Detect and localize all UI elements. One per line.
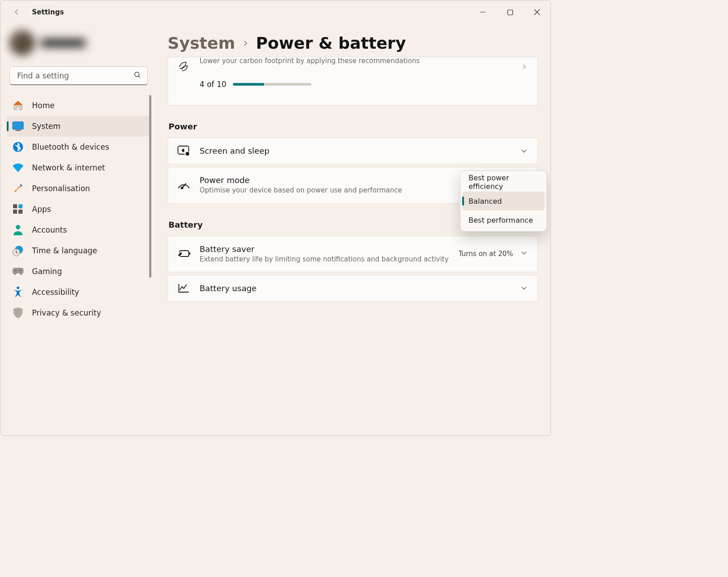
maximize-button[interactable] — [496, 2, 523, 22]
paintbrush-icon — [12, 183, 24, 194]
accessibility-icon — [12, 286, 24, 298]
svg-rect-8 — [13, 210, 17, 214]
close-button[interactable] — [523, 2, 551, 22]
card-title: Battery usage — [200, 284, 514, 293]
sidebar-item-label: Gaming — [32, 267, 62, 276]
gauge-icon — [168, 180, 200, 190]
card-title: Power mode — [200, 175, 429, 185]
battery-saver-card[interactable]: Battery saver Extend battery life by lim… — [168, 236, 538, 272]
shield-icon — [12, 307, 24, 319]
card-subtitle: Extend battery life by limiting some not… — [200, 255, 452, 264]
eco-subtitle: Lower your carbon footprint by applying … — [200, 57, 515, 65]
sidebar-item-label: Privacy & security — [32, 308, 101, 317]
battery-saver-status: Turns on at 20% — [459, 250, 513, 258]
svg-point-10 — [16, 225, 20, 229]
app-title: Settings — [32, 8, 64, 16]
bluetooth-icon — [12, 141, 24, 153]
main-pane: System Power & battery Lower your carbon… — [157, 24, 551, 435]
sidebar-item-bluetooth[interactable]: Bluetooth & devices — [7, 137, 150, 157]
gamepad-icon — [12, 266, 24, 277]
sidebar-item-accounts[interactable]: Accounts — [7, 220, 150, 240]
sidebar-item-privacy[interactable]: Privacy & security — [7, 302, 150, 323]
chevron-down-icon — [520, 249, 528, 258]
search-icon — [133, 71, 141, 81]
svg-rect-9 — [18, 210, 23, 214]
search-box[interactable] — [9, 66, 148, 85]
svg-rect-20 — [189, 252, 191, 255]
profile-block[interactable]: ████████ — [7, 28, 150, 66]
power-mode-option-balanced[interactable]: Balanced — [462, 192, 545, 211]
sidebar-item-apps[interactable]: Apps — [7, 199, 150, 220]
sidebar-item-label: Accounts — [32, 225, 67, 234]
breadcrumb: System Power & battery — [168, 34, 538, 52]
search-input[interactable] — [9, 66, 148, 85]
card-subtitle: Optimise your device based on power use … — [200, 186, 429, 195]
apps-icon — [12, 203, 24, 215]
eco-progress-bar — [233, 83, 311, 86]
chevron-right-icon — [515, 57, 537, 70]
sidebar-item-system[interactable]: System — [7, 116, 150, 137]
card-title: Screen and sleep — [200, 146, 514, 156]
chart-line-icon — [168, 283, 200, 293]
sidebar-item-label: Time & language — [32, 246, 97, 255]
battery-leaf-icon — [168, 249, 200, 259]
window-controls — [469, 2, 551, 22]
titlebar: Settings — [0, 0, 551, 24]
section-header-power: Power — [168, 122, 538, 131]
profile-name: ████████ — [41, 39, 85, 47]
sidebar-item-label: Apps — [32, 205, 51, 214]
clock-globe-icon — [12, 245, 24, 256]
sidebar-item-time-language[interactable]: Time & language — [7, 240, 150, 261]
chevron-down-icon — [514, 147, 537, 155]
battery-usage-card[interactable]: Battery usage — [168, 275, 538, 302]
sidebar-item-label: Accessibility — [32, 288, 79, 297]
back-button[interactable] — [9, 4, 25, 20]
screen-and-sleep-card[interactable]: Screen and sleep — [168, 137, 538, 164]
svg-point-18 — [181, 187, 183, 189]
avatar — [9, 30, 35, 55]
svg-rect-0 — [508, 10, 513, 15]
sidebar-item-label: Network & internet — [32, 163, 105, 172]
svg-rect-4 — [15, 130, 21, 131]
svg-rect-2 — [13, 122, 23, 129]
sidebar-item-gaming[interactable]: Gaming — [7, 261, 150, 282]
sidebar-item-personalisation[interactable]: Personalisation — [7, 178, 150, 199]
sidebar-item-network[interactable]: Network & internet — [7, 157, 150, 178]
leaf-icon — [168, 57, 200, 73]
screen-sleep-icon — [168, 145, 200, 157]
sidebar-item-label: System — [32, 122, 60, 131]
svg-point-15 — [17, 287, 19, 289]
svg-point-13 — [15, 270, 16, 271]
sidebar-item-label: Bluetooth & devices — [32, 142, 109, 151]
breadcrumb-parent[interactable]: System — [168, 34, 235, 52]
sidebar: ████████ Home System Bluetooth & devices — [0, 24, 157, 435]
chevron-right-icon — [242, 37, 249, 49]
page-title: Power & battery — [256, 34, 406, 52]
power-mode-option-efficiency[interactable]: Best power efficiency — [462, 173, 545, 192]
svg-point-14 — [20, 270, 21, 271]
power-mode-dropdown: Best power efficiency Balanced Best perf… — [460, 170, 547, 232]
eco-progress-label: 4 of 10 — [200, 80, 227, 89]
energy-recommendations-card[interactable]: Lower your carbon footprint by applying … — [168, 57, 538, 105]
power-mode-option-performance[interactable]: Best performance — [462, 211, 545, 229]
svg-point-17 — [185, 151, 190, 156]
wifi-icon — [12, 162, 24, 174]
home-icon — [12, 100, 24, 111]
svg-rect-6 — [13, 204, 17, 208]
card-title: Battery saver — [200, 244, 452, 254]
sidebar-item-accessibility[interactable]: Accessibility — [7, 282, 150, 302]
sidebar-item-home[interactable]: Home — [7, 95, 150, 116]
chevron-down-icon — [514, 284, 537, 292]
sidebar-item-label: Personalisation — [32, 184, 90, 193]
system-icon — [12, 120, 24, 132]
nav-list: Home System Bluetooth & devices Network … — [7, 95, 150, 435]
svg-rect-7 — [18, 204, 23, 209]
person-icon — [12, 224, 24, 236]
svg-point-1 — [135, 72, 139, 77]
minimize-button[interactable] — [469, 2, 496, 22]
sidebar-item-label: Home — [32, 101, 55, 110]
